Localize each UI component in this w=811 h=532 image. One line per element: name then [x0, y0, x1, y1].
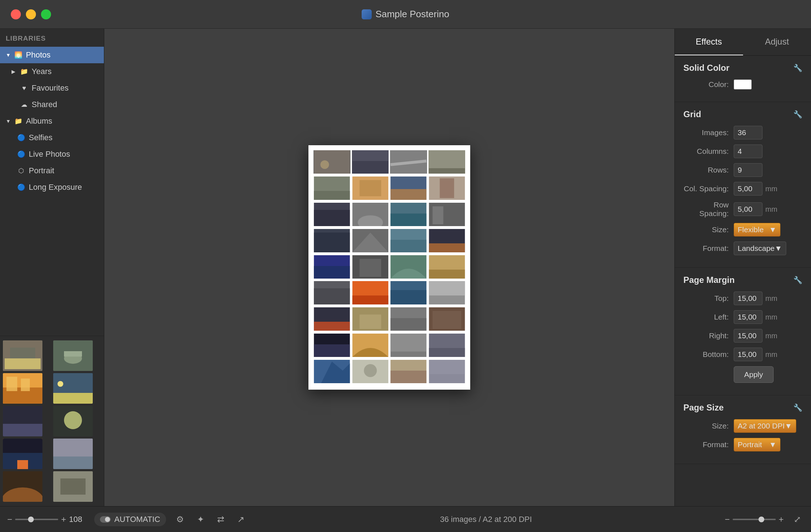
grid-photo-17[interactable]	[313, 255, 350, 279]
grid-photo-26[interactable]	[352, 307, 389, 331]
grid-photo-14[interactable]	[352, 229, 389, 252]
sidebar-item-long-exposure[interactable]: 🔵 Long Exposure	[0, 179, 104, 196]
row-spacing-value[interactable]: 5,00	[734, 202, 762, 216]
grid-photo-15[interactable]	[390, 229, 427, 252]
grid-photo-10[interactable]	[352, 203, 389, 226]
grid-photo-3[interactable]	[390, 150, 427, 174]
grid-photo-4[interactable]	[429, 150, 466, 174]
right-zoom-thumb[interactable]	[759, 517, 764, 522]
sidebar-item-shared[interactable]: ☁ Shared	[0, 96, 104, 113]
export-icon[interactable]: ↗	[234, 513, 247, 526]
thumbnail-6[interactable]	[53, 406, 93, 436]
grid-photo-11[interactable]	[390, 203, 427, 226]
sidebar-item-albums[interactable]: ▼ 📁 Albums	[0, 113, 104, 129]
auto-label: AUTOMATIC	[114, 515, 160, 524]
grid-photo-32[interactable]	[429, 334, 466, 357]
grid-photo-21[interactable]	[313, 281, 350, 304]
grid-photo-27[interactable]	[390, 307, 427, 331]
settings-icon[interactable]: ⚙	[173, 513, 187, 526]
right-zoom-slider[interactable]	[733, 519, 776, 520]
selfies-label: Selfies	[29, 133, 52, 142]
status-text: 36 images / A2 at 200 DPI	[255, 515, 718, 524]
grid-photo-5[interactable]	[313, 176, 350, 200]
thumbnail-8[interactable]	[53, 439, 93, 469]
right-value[interactable]: 15,00	[734, 329, 762, 343]
grid-photo-22[interactable]	[352, 281, 389, 304]
grid-photo-34[interactable]	[352, 360, 389, 383]
photos-icon: 🌅	[14, 51, 22, 59]
auto-toggle[interactable]: AUTOMATIC	[94, 513, 166, 526]
thumbnail-9[interactable]	[3, 471, 42, 502]
grid-photo-2[interactable]	[352, 150, 389, 174]
magic-icon[interactable]: ✦	[194, 513, 207, 526]
grid-photo-20[interactable]	[429, 255, 466, 279]
minimize-button[interactable]	[26, 9, 36, 19]
grid-photo-33[interactable]	[313, 360, 350, 383]
sidebar-item-favourites[interactable]: ♥ Favourites	[0, 80, 104, 96]
right-zoom-minus[interactable]: −	[725, 514, 730, 524]
columns-value[interactable]: 4	[734, 145, 762, 158]
size-dropdown[interactable]: Flexible ▼	[734, 223, 780, 237]
close-button[interactable]	[11, 9, 21, 19]
grid-photo-25[interactable]	[313, 307, 350, 331]
grid-photo-19[interactable]	[390, 255, 427, 279]
apply-button[interactable]: Apply	[734, 366, 774, 383]
zoom-minus-button[interactable]: −	[7, 514, 12, 524]
grid-photo-16[interactable]	[429, 229, 466, 252]
grid-wrench[interactable]: 🔧	[793, 110, 802, 119]
grid-photo-29[interactable]	[313, 334, 350, 357]
zoom-slider[interactable]	[15, 519, 58, 520]
col-spacing-value[interactable]: 5,00	[734, 182, 762, 196]
thumbnail-10[interactable]	[53, 471, 93, 502]
images-value[interactable]: 36	[734, 126, 762, 139]
zoom-thumb[interactable]	[28, 517, 34, 522]
sidebar-item-selfies[interactable]: 🔵 Selfies	[0, 129, 104, 146]
left-value[interactable]: 15,00	[734, 310, 762, 324]
format-dropdown[interactable]: Landscape ▼	[734, 242, 786, 255]
page-margin-wrench[interactable]: 🔧	[793, 276, 802, 284]
rows-value[interactable]: 9	[734, 163, 762, 177]
grid-photo-9[interactable]	[313, 203, 350, 226]
solid-color-wrench[interactable]: 🔧	[793, 64, 802, 72]
top-value[interactable]: 15,00	[734, 292, 762, 305]
thumbnail-5[interactable]	[3, 406, 42, 436]
tab-adjust[interactable]: Adjust	[743, 29, 811, 55]
grid-photo-13[interactable]	[313, 229, 350, 252]
sidebar-item-live-photos[interactable]: 🔵 Live Photos	[0, 146, 104, 162]
maximize-button[interactable]	[41, 9, 51, 19]
thumbnail-2[interactable]	[53, 340, 93, 371]
fullscreen-icon[interactable]: ⤢	[791, 513, 804, 526]
color-swatch[interactable]	[734, 79, 752, 90]
page-size-dropdown[interactable]: A2 at 200 DPI ▼	[734, 419, 796, 433]
grid-photo-1[interactable]	[313, 150, 350, 174]
sidebar-item-years[interactable]: ▶ 📁 Years	[0, 63, 104, 80]
page-size-wrench[interactable]: 🔧	[793, 403, 802, 412]
right-zoom-plus[interactable]: +	[779, 514, 784, 524]
thumbnail-7[interactable]	[3, 439, 42, 469]
sidebar-item-photos[interactable]: ▼ 🌅 Photos	[0, 47, 104, 63]
svg-rect-47	[390, 214, 426, 226]
thumbnail-1[interactable]	[3, 340, 42, 371]
grid-photo-12[interactable]	[429, 203, 466, 226]
grid-photo-23[interactable]	[390, 281, 427, 304]
grid-photo-6[interactable]	[352, 176, 389, 200]
grid-photo-8[interactable]	[429, 176, 466, 200]
grid-photo-18[interactable]	[352, 255, 389, 279]
zoom-plus-button[interactable]: +	[61, 514, 66, 524]
grid-photo-24[interactable]	[429, 281, 466, 304]
grid-photo-36[interactable]	[429, 360, 466, 383]
thumbnail-4[interactable]	[53, 373, 93, 404]
shuffle-icon[interactable]: ⇄	[214, 513, 227, 526]
page-format-dropdown[interactable]: Portrait ▼	[734, 438, 780, 451]
grid-photo-31[interactable]	[390, 334, 427, 357]
thumbnail-3[interactable]	[3, 373, 42, 404]
grid-photo-35[interactable]	[390, 360, 427, 383]
window-controls	[11, 9, 51, 19]
grid-photo-28[interactable]	[429, 307, 466, 331]
grid-photo-7[interactable]	[390, 176, 427, 200]
tab-effects[interactable]: Effects	[675, 29, 743, 55]
grid-photo-30[interactable]	[352, 334, 389, 357]
svg-rect-37	[359, 180, 381, 196]
sidebar-item-portrait[interactable]: ⬡ Portrait	[0, 162, 104, 179]
bottom-value[interactable]: 15,00	[734, 348, 762, 361]
